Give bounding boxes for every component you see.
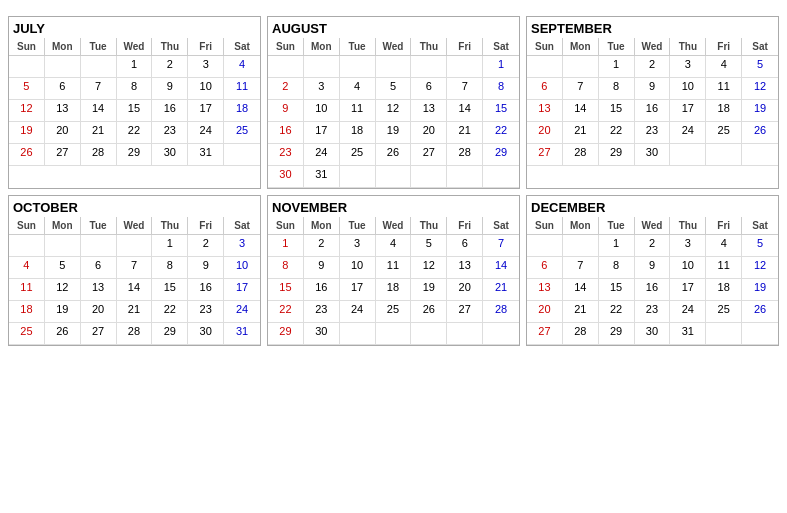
empty-cell <box>45 235 81 257</box>
day-cell: 26 <box>45 323 81 345</box>
day-cell: 22 <box>268 301 304 323</box>
day-cell: 18 <box>9 301 45 323</box>
empty-cell <box>563 56 599 78</box>
day-name-wed: Wed <box>635 217 671 235</box>
cal-body: 1234567891011121314151617181920212223242… <box>9 235 260 345</box>
month-title: NOVEMBER <box>268 196 519 217</box>
day-cell: 23 <box>268 144 304 166</box>
day-cell: 11 <box>224 78 260 100</box>
day-cell: 12 <box>742 78 778 100</box>
day-cell: 15 <box>152 279 188 301</box>
day-cell: 27 <box>81 323 117 345</box>
day-cell: 7 <box>447 78 483 100</box>
month-title: JULY <box>9 17 260 38</box>
day-cell: 16 <box>635 100 671 122</box>
day-cell: 5 <box>9 78 45 100</box>
empty-cell <box>411 56 447 78</box>
day-cell: 15 <box>599 279 635 301</box>
day-cell: 25 <box>706 122 742 144</box>
day-cell: 1 <box>268 235 304 257</box>
day-cell: 4 <box>340 78 376 100</box>
day-cell: 22 <box>152 301 188 323</box>
day-name-fri: Fri <box>447 217 483 235</box>
day-cell: 14 <box>447 100 483 122</box>
day-cell: 14 <box>81 100 117 122</box>
day-cell: 28 <box>447 144 483 166</box>
day-cell: 14 <box>117 279 153 301</box>
day-name-thu: Thu <box>411 38 447 56</box>
calendar-august: AUGUSTSunMonTueWedThuFriSat1234567891011… <box>267 16 520 189</box>
day-name-mon: Mon <box>304 38 340 56</box>
day-name-mon: Mon <box>563 217 599 235</box>
cal-body: 1234567891011121314151617181920212223242… <box>527 56 778 166</box>
day-cell: 26 <box>411 301 447 323</box>
day-name-wed: Wed <box>117 38 153 56</box>
day-cell: 5 <box>45 257 81 279</box>
day-cell: 22 <box>599 122 635 144</box>
day-cell: 15 <box>268 279 304 301</box>
day-cell: 17 <box>304 122 340 144</box>
day-cell: 15 <box>599 100 635 122</box>
empty-cell <box>340 166 376 188</box>
month-title: DECEMBER <box>527 196 778 217</box>
day-cell: 19 <box>411 279 447 301</box>
day-cell: 2 <box>268 78 304 100</box>
day-name-tue: Tue <box>81 38 117 56</box>
day-name-mon: Mon <box>304 217 340 235</box>
day-cell: 29 <box>599 144 635 166</box>
cal-body: 1234567891011121314151617181920212223242… <box>9 56 260 166</box>
day-cell: 16 <box>304 279 340 301</box>
day-cell: 5 <box>376 78 412 100</box>
cal-body: 1234567891011121314151617181920212223242… <box>527 235 778 345</box>
day-cell: 28 <box>563 144 599 166</box>
day-cell: 6 <box>411 78 447 100</box>
day-cell: 13 <box>411 100 447 122</box>
day-cell: 4 <box>706 56 742 78</box>
day-cell: 6 <box>81 257 117 279</box>
day-name-thu: Thu <box>152 217 188 235</box>
day-cell: 27 <box>45 144 81 166</box>
empty-cell <box>81 235 117 257</box>
day-cell: 21 <box>81 122 117 144</box>
day-cell: 4 <box>376 235 412 257</box>
empty-cell <box>527 235 563 257</box>
day-cell: 25 <box>224 122 260 144</box>
day-cell: 19 <box>45 301 81 323</box>
month-title: AUGUST <box>268 17 519 38</box>
day-cell: 29 <box>483 144 519 166</box>
calendar-november: NOVEMBERSunMonTueWedThuFriSat12345678910… <box>267 195 520 346</box>
day-cell: 10 <box>304 100 340 122</box>
day-cell: 5 <box>742 56 778 78</box>
empty-cell <box>411 323 447 345</box>
day-cell: 20 <box>527 301 563 323</box>
day-cell: 14 <box>563 279 599 301</box>
day-cell: 2 <box>188 235 224 257</box>
month-title: SEPTEMBER <box>527 17 778 38</box>
day-cell: 24 <box>188 122 224 144</box>
empty-cell <box>340 323 376 345</box>
day-cell: 19 <box>742 100 778 122</box>
day-name-sat: Sat <box>483 38 519 56</box>
day-name-fri: Fri <box>706 38 742 56</box>
day-cell: 20 <box>81 301 117 323</box>
day-cell: 1 <box>152 235 188 257</box>
day-cell: 9 <box>635 257 671 279</box>
day-cell: 3 <box>340 235 376 257</box>
day-cell: 22 <box>483 122 519 144</box>
day-cell: 9 <box>635 78 671 100</box>
day-cell: 24 <box>670 122 706 144</box>
day-name-tue: Tue <box>599 38 635 56</box>
day-cell: 18 <box>340 122 376 144</box>
day-cell: 8 <box>599 257 635 279</box>
day-cell: 21 <box>447 122 483 144</box>
day-cell: 18 <box>224 100 260 122</box>
day-cell: 7 <box>483 235 519 257</box>
empty-cell <box>670 144 706 166</box>
day-cell: 31 <box>224 323 260 345</box>
day-name-wed: Wed <box>635 38 671 56</box>
day-cell: 20 <box>527 122 563 144</box>
calendars-grid: JULYSunMonTueWedThuFriSat123456789101112… <box>8 16 779 346</box>
day-cell: 22 <box>599 301 635 323</box>
day-name-tue: Tue <box>81 217 117 235</box>
day-cell: 13 <box>45 100 81 122</box>
